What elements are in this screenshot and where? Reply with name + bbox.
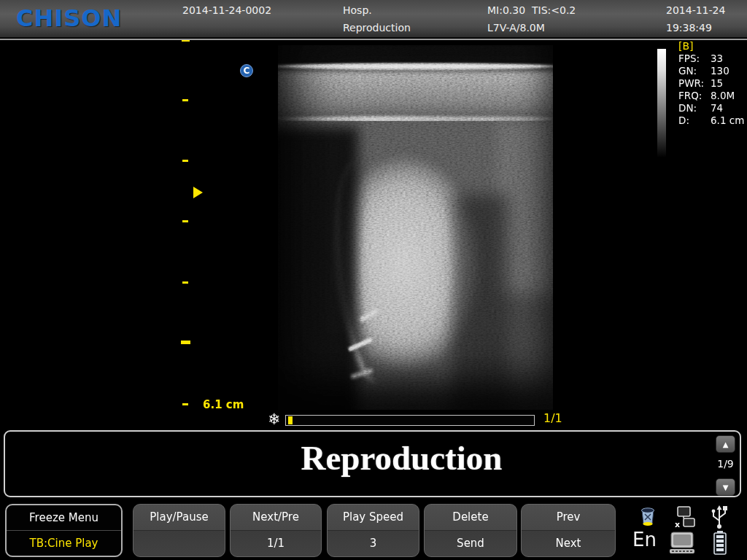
param-depth: D: 6.1 cm — [678, 114, 747, 126]
header-divider — [0, 39, 747, 40]
grayscale-map-bar — [657, 49, 666, 158]
cine-position-marker[interactable] — [288, 416, 293, 424]
ruler-tick — [182, 281, 188, 284]
system-date: 2014-11-24 — [666, 4, 725, 16]
battery-icon — [713, 531, 727, 556]
page-up-button[interactable]: ▲ — [716, 435, 735, 453]
softkey-play-pause[interactable]: Play/Pause — [133, 504, 225, 557]
softkey-prev-next[interactable]: Prev Next — [521, 504, 616, 557]
probe-orientation-marker: C — [240, 64, 253, 77]
param-gain: GN: 130 — [678, 65, 747, 77]
printer-icon — [668, 532, 697, 556]
ruler-tick — [182, 160, 188, 162]
ruler-tick — [182, 220, 188, 222]
exam-id: 2014-11-24-0002 — [182, 4, 271, 16]
depth-value-label: 6.1 cm — [203, 398, 244, 411]
cine-frame-counter: 1/1 — [543, 411, 562, 425]
param-dynamic-range: DN: 74 — [678, 102, 747, 114]
softkey-freeze-menu[interactable]: Freeze Menu TB:Cine Play — [5, 504, 123, 557]
probe-mark-arrow-icon — [193, 187, 203, 198]
ruler-tick — [182, 99, 188, 101]
menu-title: Reproduction — [34, 438, 747, 478]
system-time: 19:38:49 — [666, 22, 712, 34]
menu-title-panel: Reproduction ▲ 1/9 ▼ — [4, 430, 741, 497]
header-bar: CHISON 2014-11-24-0002 Hosp. Reproductio… — [0, 0, 747, 38]
cine-progress-bar[interactable] — [285, 415, 535, 426]
page-down-button[interactable]: ▼ — [716, 478, 735, 496]
softkey-play-speed[interactable]: Play Speed 3 — [327, 504, 419, 557]
network-disconnected-icon: x — [669, 506, 697, 529]
chison-logo: CHISON — [16, 4, 122, 32]
trash-bin-icon — [636, 505, 659, 529]
svg-text:x: x — [675, 520, 680, 529]
ultrasound-image — [278, 45, 553, 410]
usb-icon — [709, 503, 729, 531]
softkey-next-pre[interactable]: Next/Pre 1/1 — [230, 504, 322, 557]
param-frequency: FRQ: 8.0M — [678, 90, 747, 101]
param-power: PWR: 15 — [678, 77, 747, 89]
probe-model: L7V-A/8.0M — [487, 22, 545, 34]
us-speckle-noise — [278, 45, 553, 410]
imaging-mode-label: [B] — [678, 40, 694, 52]
exam-preset: Reproduction — [343, 22, 411, 34]
language-indicator: En — [632, 529, 657, 551]
ruler-tick — [182, 403, 188, 405]
hospital-name: Hosp. — [343, 4, 372, 16]
param-fps: FPS: 33 — [678, 52, 747, 64]
ruler-tick — [181, 341, 190, 344]
mi-tis-readout: MI:0.30 TIS:<0.2 — [487, 4, 576, 16]
softkey-delete-send[interactable]: Delete Send — [424, 504, 517, 557]
page-indicator: 1/9 — [714, 458, 737, 470]
freeze-snowflake-icon: ❄ — [268, 411, 281, 428]
